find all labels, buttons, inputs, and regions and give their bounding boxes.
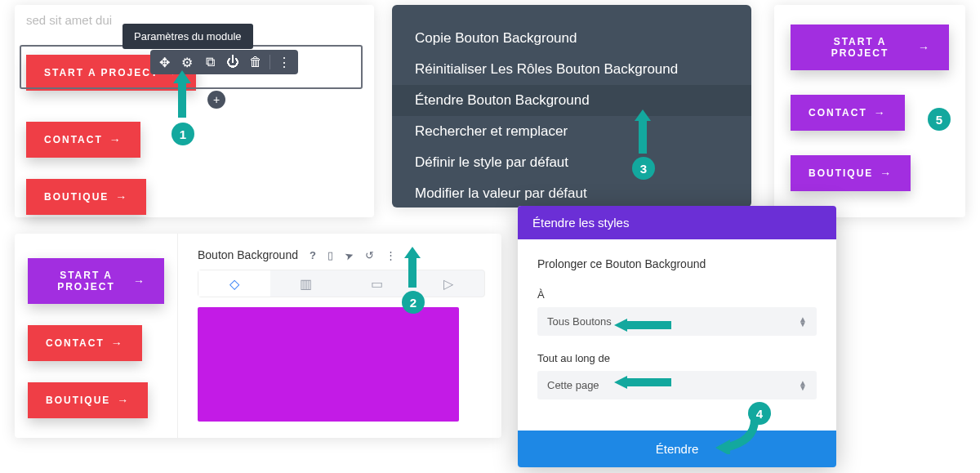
svg-marker-1 [404,247,421,258]
button-label: CONTACT [46,337,105,349]
section-title-text: Bouton Background [198,248,298,261]
bg-color-tab[interactable] [198,270,270,297]
button-label: START A PROJECT [44,67,158,78]
arrow-icon: → [111,337,124,350]
toolbar-separator [270,55,270,69]
step-1-arrow [168,70,196,119]
extend-button[interactable]: Étendre [518,431,836,467]
svg-marker-5 [614,376,627,389]
extend-styles-modal: Étendre les styles Prolonger ce Bouton B… [518,206,836,467]
ctx-copy[interactable]: Copie Bouton Background [392,23,751,54]
button-label: BOUTIQUE [46,395,110,406]
droplet-icon [229,276,239,292]
step-4-arrow-scope [614,374,671,390]
svg-marker-2 [635,109,651,121]
contact-button[interactable]: CONTACT → [26,122,140,158]
select-to[interactable]: Tous Boutons ▲▼ [537,307,817,336]
step-2-badge: 2 [402,291,425,314]
boutique-button[interactable]: BOUTIQUE → [791,155,911,191]
modal-title: Prolonger ce Bouton Background [537,257,817,270]
step-4-badge: 4 [748,402,771,425]
ctx-extend[interactable]: Étendre Bouton Background [392,85,751,116]
select-value: Tous Boutons [547,315,612,328]
gear-icon[interactable] [178,53,196,71]
start-project-button[interactable]: START A PROJECT → [28,258,164,304]
button-label: CONTACT [44,134,103,145]
boutique-button[interactable]: BOUTIQUE → [26,179,146,215]
step-2-arrow [400,247,425,289]
arrow-icon: → [117,394,130,407]
move-icon[interactable] [155,53,173,71]
updown-icon: ▲▼ [799,381,807,390]
ctx-set-default[interactable]: Définir le style par défaut [392,147,751,178]
button-label: BOUTIQUE [808,167,873,179]
start-project-button[interactable]: START A PROJECT → [791,25,949,70]
arrow-icon: → [880,167,893,180]
ctx-reset-roles[interactable]: Réinitialiser Les Rôles Bouton Backgroun… [392,54,751,85]
svg-rect-4 [626,321,671,329]
svg-marker-0 [173,70,191,83]
arrow-icon: → [133,274,146,288]
trash-icon[interactable] [247,53,265,71]
hover-icon[interactable] [345,249,354,261]
step-3-arrow [630,109,655,155]
bg-gradient-tab[interactable] [270,270,342,297]
step-5-badge: 5 [928,108,951,131]
arrow-icon: → [874,106,887,119]
label-to: À [537,288,817,301]
select-value: Cette page [547,379,599,391]
video-icon [443,276,453,292]
ctx-find-replace[interactable]: Rechercher et remplacer [392,116,751,147]
modal-header: Étendre les styles [518,206,836,239]
step-1-badge: 1 [172,123,194,145]
duplicate-icon[interactable] [201,53,219,71]
button-label: CONTACT [808,107,867,118]
button-label: START A PROJECT [808,36,911,59]
select-scope[interactable]: Cette page ▲▼ [537,371,817,399]
image-icon [371,276,383,292]
module-tooltip: Paramètres du module [122,24,253,49]
context-menu: Copie Bouton Background Réinitialiser Le… [392,5,751,207]
style-editor-panel: START A PROJECT → CONTACT → BOUTIQUE → B… [15,234,501,438]
section-header: Bouton Background [198,248,485,261]
svg-marker-3 [614,319,627,332]
arrow-icon: → [115,190,128,203]
arrow-icon: → [918,41,931,54]
step-3-badge: 3 [632,157,655,180]
contact-button[interactable]: CONTACT → [28,325,142,361]
contact-button[interactable]: CONTACT → [791,95,905,131]
reset-icon[interactable] [365,249,374,261]
boutique-button[interactable]: BOUTIQUE → [28,382,148,418]
svg-rect-6 [626,378,671,386]
editor-settings-column: Bouton Background [178,234,501,438]
editor-preview-column: START A PROJECT → CONTACT → BOUTIQUE → [15,234,178,438]
gradient-icon [300,276,312,292]
color-swatch[interactable] [198,307,459,422]
svg-marker-7 [715,440,730,454]
step-4-arrow-to-a [614,317,671,333]
responsive-icon[interactable] [327,249,333,261]
more-icon[interactable] [385,249,396,261]
add-module-button[interactable]: + [207,91,225,109]
label-scope: Tout au long de [537,352,817,364]
ctx-edit-default[interactable]: Modifier la valeur par défaut [392,178,751,207]
arrow-icon: → [109,133,122,146]
background-tab-row [198,270,485,297]
power-icon[interactable] [224,53,242,71]
button-label: START A PROJECT [46,270,127,292]
more-icon[interactable] [275,53,293,71]
help-icon[interactable] [310,249,316,261]
updown-icon: ▲▼ [799,317,807,327]
button-label: BOUTIQUE [44,191,109,203]
